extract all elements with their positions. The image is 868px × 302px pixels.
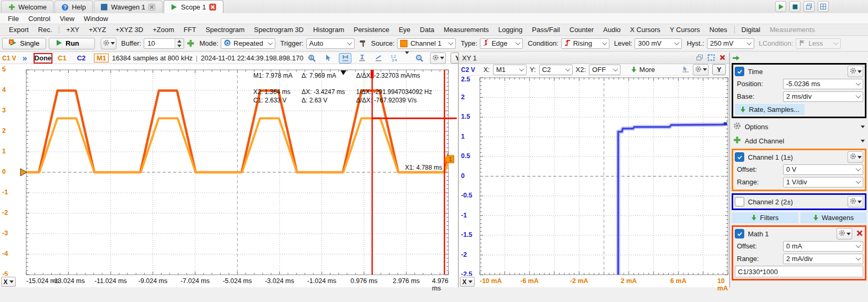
viewmenu-audio[interactable]: Audio [598,25,625,34]
math1-checkbox[interactable] [735,229,744,238]
xy-gear-button[interactable] [693,64,709,76]
xy-y-axis-button[interactable]: Y [712,64,726,75]
xy-x-axis-button[interactable]: X [460,277,475,287]
math1-range-select[interactable]: 2 mA/div [783,254,863,264]
x-cursors-icon[interactable] [339,53,351,64]
y-cursors-icon[interactable] [356,54,368,63]
viewmenu-spectrogram-3d[interactable]: Spectrogram 3D [249,25,308,34]
xy-more-button[interactable]: More [631,66,655,74]
viewmenu-rec-[interactable]: Rec. [34,25,57,34]
tab-welcome[interactable]: Welcome [1,1,53,13]
menu-window[interactable]: Window [79,14,113,23]
channel1-checkbox[interactable] [735,152,744,162]
xy-x-select[interactable]: M1 [493,65,527,75]
manual-trigger-button[interactable] [359,39,367,47]
measure-pointer-icon[interactable] [682,66,689,74]
viewmenu-digital[interactable]: Digital [737,25,765,34]
viewmenu-histogram[interactable]: Histogram [308,25,349,34]
buffer-spinner[interactable]: 10 [144,38,184,49]
buffer-gear-button[interactable] [101,38,116,49]
viewmenu-counter[interactable]: Counter [565,25,598,34]
filters-button[interactable]: Filters [732,212,798,223]
time-checkbox[interactable] [735,67,744,76]
caret-down-icon[interactable] [405,54,409,62]
wavegens-button[interactable]: Wavegens [800,212,867,223]
viewmenu-eye[interactable]: Eye [394,25,415,34]
condition-select[interactable]: Rising [561,38,609,49]
menu-view[interactable]: View [55,14,79,23]
add-buffer-button[interactable] [187,39,195,47]
zoom-icon[interactable] [414,54,425,63]
viewmenu--xyz[interactable]: +XYZ [84,25,111,34]
slope-cursor-icon[interactable] [372,54,384,63]
viewmenu-persistence[interactable]: Persistence [349,25,394,34]
xy-plot[interactable] [459,76,729,276]
plot-gear-button[interactable] [430,53,446,64]
viewmenu-spectrogram[interactable]: Spectrogram [201,25,249,34]
viewmenu--zoom[interactable]: +Zoom [148,25,179,34]
viewmenu-export[interactable]: Export [4,25,34,34]
remove-math-icon[interactable] [856,230,863,238]
tab-scope-1[interactable]: Scope 1 [164,0,223,13]
math1-gear-button[interactable] [837,228,852,239]
viewmenu--xy[interactable]: +XY [61,25,84,34]
viewmenu-y-cursors[interactable]: Y Cursors [665,25,705,34]
level-select[interactable]: 300 mV [635,38,682,49]
position-select[interactable]: -5.0236 ms [783,79,863,89]
options-row[interactable]: Options [733,120,865,133]
viewmenu-logging[interactable]: Logging [494,25,527,34]
channel2-checkbox[interactable] [735,197,744,206]
pointer-icon[interactable] [323,54,334,63]
viewmenu-pass-fail[interactable]: Pass/Fail [527,25,564,34]
viewmenu-notes[interactable]: Notes [705,25,732,34]
stop-all-icon[interactable] [789,1,800,12]
viewmenu-fft[interactable]: FFT [179,25,201,34]
xy-y-axis-unit[interactable]: C2 V [461,66,475,74]
badge-c1[interactable]: C1 [56,54,69,62]
menu-file[interactable]: File [3,14,24,23]
math1-formula-input[interactable]: C1/330*1000 [735,266,863,277]
badge-c2[interactable]: C2 [75,54,88,62]
viewmenu-x-cursors[interactable]: X Cursors [625,25,665,34]
tab-wavegen-1[interactable]: Wavegen 1 [94,1,163,13]
green-right-arrow-icon[interactable] [732,55,740,63]
mode-select[interactable]: Repeated [221,38,275,49]
channel1-gear-button[interactable] [848,151,863,163]
menu-control[interactable]: Control [24,14,55,23]
scope-x-axis-button[interactable]: X [1,277,16,287]
source-select[interactable]: Channel 1 [397,38,456,49]
badge-m1[interactable]: M1 [94,54,109,63]
tab-help[interactable]: ?Help [55,1,93,13]
zoom-1-icon[interactable]: 1 [306,54,318,63]
scope-y-axis-unit[interactable]: C1 V [2,55,16,62]
quick-measure-icon[interactable]: 1 23 4 [389,54,400,63]
single-button[interactable]: 1 Single [2,38,46,49]
time-gear-button[interactable] [848,66,863,77]
trigger-select[interactable]: Auto [306,38,355,49]
ch1-range-select[interactable]: 1 V/div [783,177,863,188]
tab-close-icon[interactable] [209,3,217,11]
viewmenu--xyz-3d[interactable]: +XYZ 3D [111,25,148,34]
viewmenu-data[interactable]: Data [415,25,439,34]
cascade-windows-icon[interactable] [803,1,815,12]
channel2-gear-button[interactable] [848,196,863,207]
base-select[interactable]: 2 ms/div [783,91,863,102]
tab-close-icon[interactable] [148,4,156,11]
math1-offset-select[interactable]: 0 mA [783,241,863,252]
xy-y-select[interactable]: C2 [539,65,573,75]
run-all-icon[interactable] [775,1,786,12]
scope-plot[interactable]: 1 [0,64,458,276]
run-button[interactable]: Run [49,38,95,49]
float-window-icon[interactable] [696,54,703,63]
add-channel-row[interactable]: Add Channel [733,134,865,147]
hysteresis-select[interactable]: 250 mV [707,38,754,49]
type-select[interactable]: Edge [480,38,523,49]
rate-samples-button[interactable]: Rate, Samples... [735,104,805,115]
maximize-icon[interactable] [708,54,715,63]
xy-titlebar[interactable]: XY 1 [459,53,729,64]
buffer-spin-buttons[interactable] [175,39,184,48]
expand-arrow-icon[interactable]: » [23,55,27,62]
viewmenu-measurements[interactable]: Measurements [439,25,494,34]
close-icon[interactable] [719,54,726,63]
ch1-offset-select[interactable]: 0 V [783,164,863,175]
